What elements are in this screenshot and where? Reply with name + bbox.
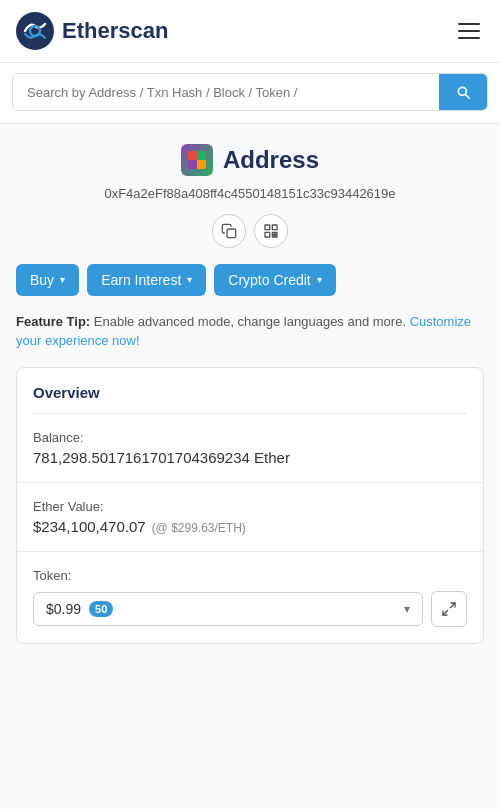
search-section — [0, 63, 500, 124]
action-buttons-row: Buy ▾ Earn Interest ▾ Crypto Credit ▾ — [16, 264, 484, 296]
ether-value-label: Ether Value: — [33, 499, 467, 514]
buy-label: Buy — [30, 272, 54, 288]
etherscan-logo-icon — [16, 12, 54, 50]
copy-icon — [221, 223, 237, 239]
earn-interest-button[interactable]: Earn Interest ▾ — [87, 264, 206, 296]
svg-rect-10 — [272, 232, 274, 234]
token-expand-button[interactable] — [431, 591, 467, 627]
svg-rect-8 — [272, 225, 277, 230]
ether-value-sub: (@ $299.63/ETH) — [152, 521, 246, 535]
feature-tip: Feature Tip: Enable advanced mode, chang… — [16, 312, 484, 351]
token-label: Token: — [33, 568, 467, 583]
earn-interest-label: Earn Interest — [101, 272, 181, 288]
search-button[interactable] — [439, 74, 487, 110]
hamburger-line-2 — [458, 30, 480, 32]
qr-code-button[interactable] — [254, 214, 288, 248]
identicon-icon — [187, 150, 207, 170]
svg-rect-4 — [188, 160, 197, 169]
svg-rect-3 — [197, 151, 206, 160]
token-row: Token: $0.99 50 ▾ — [33, 568, 467, 627]
svg-rect-7 — [265, 225, 270, 230]
address-identicon — [181, 144, 213, 176]
svg-rect-5 — [197, 160, 206, 169]
expand-icon — [441, 601, 457, 617]
svg-line-15 — [443, 610, 448, 615]
token-count-badge: 50 — [89, 601, 113, 617]
header: Etherscan — [0, 0, 500, 63]
hamburger-line-3 — [458, 37, 480, 39]
svg-rect-11 — [275, 235, 277, 237]
overview-title: Overview — [33, 384, 467, 414]
logo-area: Etherscan — [16, 12, 168, 50]
svg-rect-9 — [265, 232, 270, 237]
qr-code-icon — [263, 223, 279, 239]
buy-chevron-icon: ▾ — [60, 274, 65, 285]
main-content: Address 0xF4a2eFf88a408ff4c4550148151c33… — [0, 124, 500, 664]
balance-row: Balance: 781,298.5017161701704369234 Eth… — [33, 430, 467, 466]
crypto-credit-chevron-icon: ▾ — [317, 274, 322, 285]
logo-text: Etherscan — [62, 18, 168, 44]
page-title: Address — [223, 146, 319, 174]
ether-value: $234,100,470.07(@ $299.63/ETH) — [33, 518, 467, 535]
icon-buttons-row — [16, 214, 484, 248]
search-icon — [455, 84, 471, 100]
balance-value: 781,298.5017161701704369234 Ether — [33, 449, 467, 466]
svg-line-14 — [450, 603, 455, 608]
hamburger-line-1 — [458, 23, 480, 25]
address-header: Address 0xF4a2eFf88a408ff4c4550148151c33… — [16, 144, 484, 248]
svg-rect-12 — [272, 235, 274, 237]
overview-card: Overview Balance: 781,298.50171617017043… — [16, 367, 484, 644]
token-value: $0.99 — [46, 601, 81, 617]
divider-1 — [17, 482, 483, 483]
buy-button[interactable]: Buy ▾ — [16, 264, 79, 296]
ether-value-main: $234,100,470.07 — [33, 518, 146, 535]
token-select-wrapper: $0.99 50 ▾ — [33, 591, 467, 627]
feature-tip-text: Enable advanced mode, change languages a… — [90, 314, 409, 329]
address-title-row: Address — [16, 144, 484, 176]
crypto-credit-label: Crypto Credit — [228, 272, 310, 288]
feature-tip-prefix: Feature Tip: — [16, 314, 90, 329]
token-select-dropdown[interactable]: $0.99 50 ▾ — [33, 592, 423, 626]
copy-button[interactable] — [212, 214, 246, 248]
svg-rect-13 — [275, 232, 277, 234]
balance-label: Balance: — [33, 430, 467, 445]
hamburger-menu[interactable] — [454, 19, 484, 43]
search-input[interactable] — [13, 74, 439, 110]
svg-rect-6 — [227, 229, 236, 238]
svg-rect-2 — [188, 151, 197, 160]
earn-interest-chevron-icon: ▾ — [187, 274, 192, 285]
divider-2 — [17, 551, 483, 552]
ether-value-row: Ether Value: $234,100,470.07(@ $299.63/E… — [33, 499, 467, 535]
svg-point-0 — [16, 12, 54, 50]
token-select-left: $0.99 50 — [46, 601, 113, 617]
search-bar — [12, 73, 488, 111]
token-dropdown-chevron-icon: ▾ — [404, 602, 410, 616]
crypto-credit-button[interactable]: Crypto Credit ▾ — [214, 264, 335, 296]
address-hash: 0xF4a2eFf88a408ff4c4550148151c33c9344261… — [16, 184, 484, 204]
